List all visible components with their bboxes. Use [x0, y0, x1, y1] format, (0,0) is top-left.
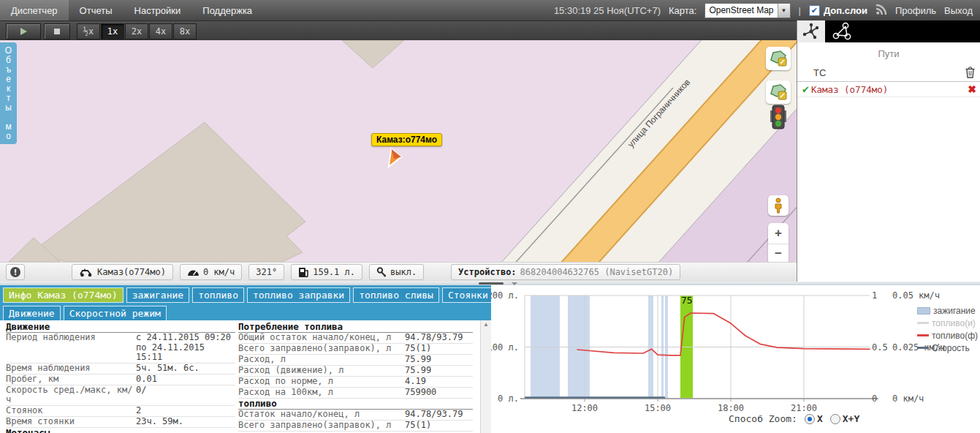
row-label: Расход, л	[238, 355, 405, 365]
legend-item[interactable]: топливо(ф)	[917, 329, 980, 342]
map-provider-select[interactable]: OpenStreet Map ▼	[704, 3, 790, 18]
line-swatch	[917, 322, 929, 324]
table-scrollbar[interactable]: ▲	[480, 320, 491, 433]
report-tab[interactable]: Инфо Камаз (о774мо)	[3, 287, 124, 303]
tab-tracks[interactable]	[797, 20, 825, 42]
line-swatch	[917, 334, 929, 336]
speed-button[interactable]: 4x	[149, 23, 172, 39]
report-tab[interactable]: топливо сливы	[353, 287, 439, 303]
table-row: Расход по норме, л4.19	[238, 377, 473, 388]
table-row: Всего заправлено(заправок), л75(1)	[238, 344, 473, 355]
fuel-badge: 159.1 л.	[291, 264, 362, 280]
row-value: 75(1)	[405, 421, 431, 431]
check-icon: ✔	[802, 84, 810, 95]
map-provider-value: OpenStreet Map	[705, 4, 777, 18]
report-tab[interactable]: Стоянки	[442, 287, 494, 303]
table-row: Расход, л75.99	[238, 355, 473, 366]
speed-button[interactable]: 1x	[101, 23, 124, 39]
row-label: Время стоянки	[6, 417, 136, 427]
draw-route-button[interactable]	[766, 47, 791, 70]
zoom-mode-option[interactable]: X+Y	[830, 413, 859, 424]
device-value: 868204004632765 (NavisetGT20)	[520, 267, 674, 277]
report-info-table: ДвижениеПериод наблюденияс 24.11.2015 09…	[0, 320, 480, 433]
x-axis-label: 21:00	[791, 403, 817, 413]
stop-button[interactable]	[44, 23, 70, 39]
speed-button[interactable]: ½x	[77, 23, 100, 39]
vehicle-direction-icon	[383, 146, 405, 168]
alert-badge[interactable]: !	[6, 264, 25, 280]
separator: |	[799, 5, 801, 16]
report-tab[interactable]: топливо заправки	[247, 287, 350, 303]
table-row: Расход (движение), л75.99	[238, 366, 473, 377]
y-axis-right-secondary-label: 0 км/ч	[892, 394, 924, 404]
draw-area-button[interactable]	[766, 80, 791, 104]
pedestrian-icon	[772, 197, 785, 214]
row-value: 75.99	[405, 355, 431, 365]
fuel-pump-icon	[298, 267, 309, 278]
vehicle-list: ✔Камаз (о774мо)✖	[797, 82, 980, 97]
row-value: 759900	[405, 388, 436, 398]
speed-button[interactable]: 8x	[173, 23, 197, 39]
vehicle-name: Камаз (о774мо)	[811, 84, 888, 95]
y-axis-left-label: 100 л.	[491, 342, 519, 353]
play-button[interactable]	[6, 23, 41, 39]
objects-panel-tab[interactable]: Объекты мо	[0, 42, 17, 144]
topbar-menu-item[interactable]: Настройки	[124, 0, 192, 20]
speed-value: 0 км/ч	[203, 267, 235, 277]
vehicle-name-badge[interactable]: Камаз(о774мо)	[72, 264, 173, 280]
vehicle-row[interactable]: ✔Камаз (о774мо)✖	[797, 82, 980, 97]
vehicle-marker-label[interactable]: Камаз:о774мо	[371, 133, 442, 146]
line-swatch	[917, 347, 929, 349]
delete-all-button[interactable]	[965, 66, 976, 80]
playback-toolbar: ½x1x2x4x8x Град Следовать за ТС	[0, 20, 797, 40]
rss-icon[interactable]	[875, 4, 887, 18]
clock: 15:30:19 25 Ноя(UTC+7)	[554, 5, 661, 16]
ignition-value: выкл.	[390, 267, 417, 277]
profile-link[interactable]: Профиль	[895, 5, 936, 16]
chart-legend: зажиганиетопливо(и)топливо(ф)Скорость	[917, 304, 980, 354]
chevron-down-icon[interactable]: ▼	[778, 4, 790, 18]
report-tab[interactable]: Движение	[3, 306, 61, 321]
legend-item[interactable]: Скорость	[917, 342, 980, 354]
device-badge: Устройство: 868204004632765 (NavisetGT20…	[451, 264, 680, 280]
x-axis-label: 15:00	[645, 403, 671, 413]
report-tabs-row-2: ДвижениеСкоростной режим	[0, 304, 491, 322]
report-tab[interactable]: Скоростной режим	[64, 306, 167, 321]
splitter-handle[interactable]	[479, 282, 504, 285]
truck-icon	[79, 268, 94, 277]
row-value: 0/	[136, 385, 146, 396]
routes-panel-title: Пути	[797, 48, 980, 59]
speed-button[interactable]: 2x	[125, 23, 148, 39]
radio-icon[interactable]	[805, 414, 815, 424]
logout-link[interactable]: Выход	[944, 5, 973, 16]
topbar-menu-item[interactable]: Отчеты	[69, 0, 124, 20]
remove-icon[interactable]: ✖	[968, 83, 976, 95]
y-axis-right-secondary-label: 0.05 км/ч	[892, 290, 940, 301]
y-axis-left-label: 200 л.	[491, 290, 519, 301]
course-value: 321°	[256, 267, 277, 277]
row-label: Время наблюдения	[6, 364, 136, 374]
pedestrian-mode-button[interactable]	[768, 195, 789, 216]
radio-icon[interactable]	[830, 414, 840, 424]
zoom-in-button[interactable]: +	[768, 223, 789, 244]
traffic-layer-button[interactable]	[769, 105, 788, 131]
zoom-out-button[interactable]: −	[768, 244, 789, 263]
legend-item[interactable]: зажигание	[917, 304, 980, 317]
edit-polygon-icon	[769, 49, 788, 68]
report-panel: Инфо Камаз (о774мо)зажиганиетопливотопли…	[0, 285, 491, 433]
report-tab[interactable]: топливо	[192, 287, 244, 303]
zoom-mode-option[interactable]: X	[805, 413, 823, 424]
report-tab[interactable]: зажигание	[126, 287, 189, 303]
legend-label: зажигание	[933, 306, 976, 316]
topbar-menu-item[interactable]: Поддержка	[191, 0, 263, 20]
extra-layers-checkbox[interactable]	[809, 5, 820, 16]
legend-item[interactable]: топливо(и)	[917, 317, 980, 329]
topbar-menu-item[interactable]: Диспетчер	[0, 0, 69, 20]
vehicle-marker[interactable]: Камаз:о774мо	[371, 133, 442, 146]
tab-geozones[interactable]	[825, 20, 980, 42]
map-viewport[interactable]: улица Пограничников Объекты мо Камаз:о77…	[0, 40, 797, 262]
extra-layers-label[interactable]: Доп.слои	[824, 5, 867, 16]
table-column-fuel: Потребление топливаОбщий остаток начало/…	[235, 322, 473, 433]
scroll-up-icon[interactable]: ▲	[481, 320, 491, 329]
fuel-chart[interactable]: 750 л.100 л.200 л.12:0015:0018:0021:0000…	[491, 285, 980, 433]
